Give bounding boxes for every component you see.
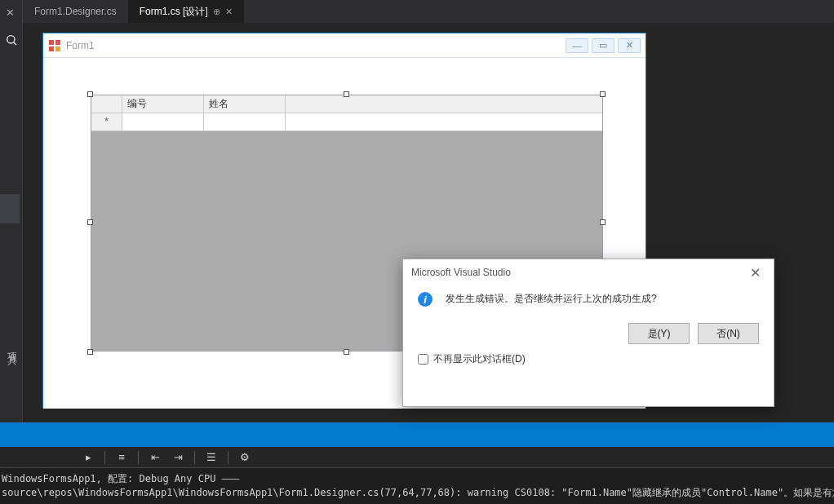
- left-toolbar: ✕ 项具: [0, 0, 23, 422]
- grid-cell[interactable]: [122, 113, 204, 130]
- tab-form-design[interactable]: Form1.cs [设计] ⊕ ✕: [128, 0, 244, 23]
- svg-rect-3: [55, 40, 60, 45]
- grid-col-id[interactable]: 编号: [122, 95, 204, 113]
- tab-label: Form1.cs [设计]: [140, 5, 208, 19]
- resize-handle[interactable]: [344, 349, 349, 355]
- dialog-title-text: Microsoft Visual Studio: [411, 267, 511, 278]
- svg-rect-5: [55, 46, 60, 51]
- build-error-dialog: Microsoft Visual Studio ✕ i 发生生成错误。是否继续并…: [402, 259, 774, 407]
- dialog-titlebar: Microsoft Visual Studio ✕: [403, 259, 774, 285]
- resize-handle[interactable]: [600, 219, 606, 225]
- grid-cell[interactable]: [204, 113, 286, 130]
- no-button[interactable]: 否(N): [698, 323, 759, 344]
- form-titlebar: Form1 — ▭ ✕: [43, 33, 645, 58]
- settings-icon[interactable]: ⚙: [238, 451, 251, 464]
- minimize-button[interactable]: —: [566, 38, 588, 53]
- svg-point-0: [7, 36, 15, 43]
- sidebar-active-marker: [0, 194, 20, 223]
- list-icon[interactable]: ≡: [115, 451, 128, 464]
- dont-show-checkbox[interactable]: [418, 354, 428, 365]
- indent-left-icon[interactable]: ⇤: [149, 451, 162, 464]
- close-icon[interactable]: ✕: [6, 7, 15, 19]
- info-icon: i: [418, 292, 433, 307]
- indent-right-icon[interactable]: ⇥: [171, 451, 184, 464]
- grid-row-header: *: [91, 113, 122, 130]
- form-title: Form1: [66, 40, 561, 51]
- expand-icon[interactable]: ▸: [82, 451, 95, 464]
- tab-label: Form1.Designer.cs: [34, 6, 117, 17]
- grid-corner[interactable]: [91, 95, 122, 113]
- svg-line-1: [14, 42, 16, 45]
- resize-handle[interactable]: [87, 219, 93, 225]
- output-line: source\repos\WindowsFormsApp1\WindowsFor…: [2, 486, 832, 500]
- svg-rect-2: [49, 40, 54, 45]
- bullet-list-icon[interactable]: ☰: [205, 451, 218, 464]
- dialog-message: 发生生成错误。是否继续并运行上次的成功生成?: [446, 292, 657, 307]
- editor-tabs: Form1.Designer.cs Form1.cs [设计] ⊕ ✕: [23, 0, 834, 23]
- output-panel[interactable]: WindowsFormsApp1, 配置: Debug Any CPU ——— …: [0, 469, 834, 504]
- tab-close-icon[interactable]: ✕: [225, 7, 233, 17]
- toolbox-icon[interactable]: [2, 31, 20, 49]
- pin-icon[interactable]: ⊕: [213, 7, 220, 17]
- yes-button[interactable]: 是(Y): [628, 323, 690, 344]
- grid-header-row: 编号 姓名: [91, 95, 602, 113]
- status-bar: [0, 422, 834, 447]
- grid-col-name[interactable]: 姓名: [204, 95, 286, 113]
- resize-handle[interactable]: [600, 91, 606, 97]
- resize-handle[interactable]: [87, 349, 93, 355]
- sidebar-label: 项具: [5, 344, 19, 351]
- resize-handle[interactable]: [344, 91, 349, 97]
- form-app-icon: [48, 39, 61, 52]
- maximize-button[interactable]: ▭: [592, 38, 614, 53]
- output-line: WindowsFormsApp1, 配置: Debug Any CPU ———: [2, 472, 832, 486]
- grid-new-row[interactable]: *: [91, 113, 602, 131]
- dont-show-label: 不再显示此对话框(D): [433, 352, 526, 366]
- tab-designer-cs[interactable]: Form1.Designer.cs: [23, 0, 128, 23]
- close-button[interactable]: ✕: [618, 38, 641, 53]
- errorlist-toolbar: ▸ ≡ ⇤ ⇥ ☰ ⚙: [0, 447, 834, 468]
- svg-rect-4: [49, 46, 54, 51]
- resize-handle[interactable]: [87, 91, 93, 97]
- dialog-close-icon[interactable]: ✕: [745, 265, 765, 281]
